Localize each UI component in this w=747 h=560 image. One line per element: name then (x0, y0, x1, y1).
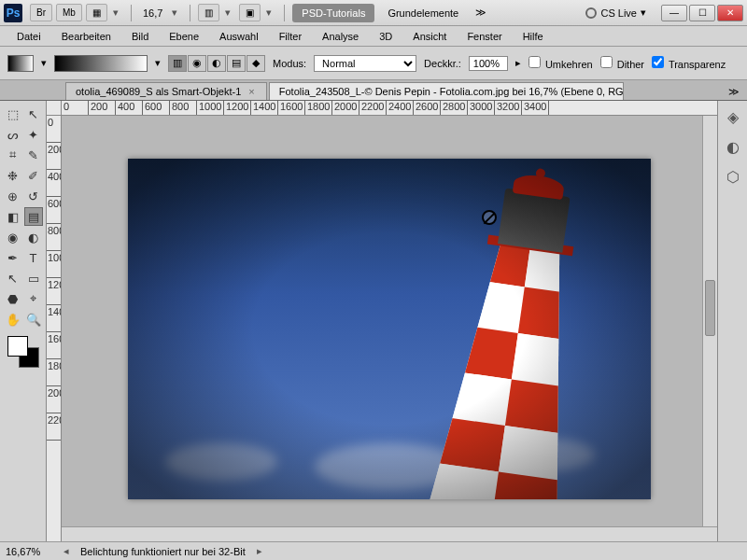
doc-tab[interactable]: Fotolia_243508_L-© Denis Pepin - Fotolia… (269, 82, 624, 100)
workspace-psdtutorials[interactable]: PSD-Tutorials (292, 4, 374, 22)
heal-tool[interactable]: ❉ (4, 166, 22, 185)
crop-tool[interactable]: ⌗ (4, 146, 22, 164)
ruler-tick: 1400 (47, 305, 61, 332)
arrow-right-icon[interactable]: ▸ (253, 545, 266, 557)
screenmode-button[interactable]: ▣ (239, 4, 261, 21)
menu-ebene[interactable]: Ebene (160, 28, 208, 45)
ruler-tick: 1600 (47, 332, 61, 359)
stamp-tool[interactable]: ⊕ (4, 187, 22, 205)
gradient-angle-icon[interactable]: ◐ (207, 55, 226, 72)
type-tool[interactable]: T (24, 248, 43, 267)
scrollbar-horizontal[interactable] (62, 526, 717, 541)
gradient-diamond-icon[interactable]: ◆ (247, 55, 265, 72)
ruler-tick: 800 (47, 224, 61, 251)
view-extras-button[interactable]: ▦ (86, 4, 107, 21)
ruler-tick: 600 (47, 197, 61, 224)
menu-hilfe[interactable]: Hilfe (514, 28, 553, 45)
scroll-thumb[interactable] (705, 280, 715, 336)
hand-tool[interactable]: ✋ (4, 310, 22, 329)
menu-datei[interactable]: Datei (7, 28, 50, 45)
layers-panel-icon[interactable]: ◈ (723, 106, 743, 127)
tabs-overflow-icon[interactable]: ≫ (721, 84, 747, 100)
pen-tool[interactable]: ✒ (4, 248, 22, 267)
canvas-area[interactable] (62, 116, 717, 541)
dropdown-icon[interactable]: ▸ (515, 57, 521, 69)
gradient-tool[interactable]: ▤ (24, 207, 43, 226)
dropdown-icon[interactable]: ▾ (41, 57, 47, 69)
minimize-button[interactable]: — (661, 5, 687, 21)
close-icon[interactable]: × (247, 86, 256, 97)
minibridge-button[interactable]: Mb (56, 4, 82, 21)
dropdown-icon[interactable]: ▾ (263, 7, 275, 19)
menu-filter[interactable]: Filter (270, 28, 311, 45)
umkehren-check[interactable]: Umkehren (529, 56, 593, 70)
gradient-radial-icon[interactable]: ◉ (188, 55, 206, 72)
tool-preset[interactable] (7, 55, 34, 72)
3d-tool[interactable]: ⬣ (4, 289, 22, 308)
cslive-button[interactable]: CS Live ▾ (578, 7, 654, 19)
menu-ansicht[interactable]: Ansicht (403, 28, 456, 45)
workspace-more-icon[interactable]: ≫ (470, 7, 492, 19)
bridge-button[interactable]: Br (30, 4, 52, 21)
doc-tab[interactable]: otolia_469089_S als Smart-Objekt-1 × (65, 82, 267, 100)
menu-analyse[interactable]: Analyse (313, 28, 368, 45)
menu-auswahl[interactable]: Auswahl (210, 28, 268, 45)
dropdown-icon[interactable]: ▾ (169, 7, 180, 19)
wand-tool[interactable]: ✦ (24, 125, 43, 144)
zoom-level[interactable]: 16,7 (137, 7, 168, 19)
document-canvas[interactable] (128, 159, 651, 499)
ruler-origin[interactable] (47, 101, 62, 116)
move-tool[interactable]: ⬚ (4, 105, 22, 123)
paths-panel-icon[interactable]: ⬡ (723, 166, 743, 187)
eyedropper-tool[interactable]: ✎ (24, 146, 43, 164)
ruler-horizontal[interactable]: 0200400600800100012001400160018002000220… (62, 101, 717, 116)
photoshop-logo: Ps (4, 4, 22, 22)
menu-bild[interactable]: Bild (122, 28, 158, 45)
shape-tool[interactable]: ▭ (24, 269, 43, 287)
transparenz-check[interactable]: Transparenz (652, 56, 726, 70)
color-swatch[interactable] (7, 336, 39, 368)
eraser-tool[interactable]: ◧ (4, 207, 22, 226)
ruler-tick: 200 (47, 143, 61, 170)
lasso-tool[interactable]: ᔕ (4, 125, 22, 144)
gradient-reflected-icon[interactable]: ▤ (227, 55, 246, 72)
options-bar: ▾ ▾ ▥ ◉ ◐ ▤ ◆ Modus: Normal Deckkr.: ▸ U… (0, 47, 747, 80)
dodge-tool[interactable]: ◐ (24, 228, 43, 246)
marquee-tool[interactable]: ↖ (24, 105, 43, 123)
deckkraft-input[interactable] (469, 56, 508, 71)
gradient-linear-icon[interactable]: ▥ (168, 55, 187, 72)
status-zoom[interactable]: 16,67% (6, 546, 52, 557)
ruler-tick: 2200 (359, 101, 387, 115)
menu-fenster[interactable]: Fenster (458, 28, 511, 45)
arrow-left-icon[interactable]: ◂ (60, 545, 73, 557)
history-tool[interactable]: ↺ (24, 187, 43, 205)
channels-panel-icon[interactable]: ◐ (723, 136, 743, 157)
scrollbar-vertical[interactable] (702, 116, 717, 526)
dither-check[interactable]: Dither (600, 56, 644, 70)
menu-3d[interactable]: 3D (370, 28, 402, 45)
ruler-tick: 3400 (522, 101, 549, 115)
arrange-button[interactable]: ▥ (198, 4, 219, 21)
menu-bearbeiten[interactable]: Bearbeiten (52, 28, 120, 45)
deckkraft-label: Deckkr.: (424, 58, 461, 69)
close-button[interactable]: ✕ (717, 5, 743, 21)
brush-tool[interactable]: ✐ (24, 166, 43, 185)
gradient-preview[interactable] (54, 55, 148, 72)
workspace-grundelemente[interactable]: Grundelemente (378, 4, 468, 22)
3dcam-tool[interactable]: ⌖ (24, 289, 43, 308)
ruler-tick: 1600 (278, 101, 305, 115)
cslive-label: CS Live (600, 7, 637, 19)
foreground-color[interactable] (7, 336, 28, 357)
dropdown-icon[interactable]: ▾ (222, 7, 233, 19)
dropdown-icon[interactable]: ▾ (110, 7, 121, 19)
ruler-tick: 1000 (47, 251, 61, 278)
dropdown-icon[interactable]: ▾ (155, 57, 161, 69)
ruler-vertical[interactable]: 0200400600800100012001400160018002000220… (47, 116, 62, 541)
ruler-tick: 3000 (468, 101, 495, 115)
path-tool[interactable]: ↖ (4, 269, 22, 287)
modus-select[interactable]: Normal (314, 55, 416, 72)
zoom-tool[interactable]: 🔍 (24, 310, 43, 329)
ruler-tick: 1200 (224, 101, 251, 115)
maximize-button[interactable]: ☐ (689, 5, 715, 21)
blur-tool[interactable]: ◉ (4, 228, 22, 246)
